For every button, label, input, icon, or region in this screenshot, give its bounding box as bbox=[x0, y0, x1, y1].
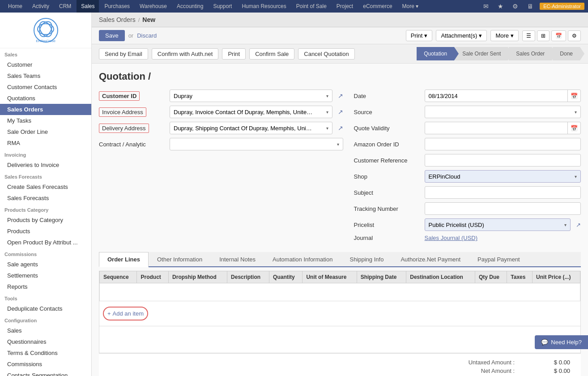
cancel-quotation-button[interactable]: Cancel Quotation bbox=[298, 48, 354, 60]
sidebar-item-deduplicate[interactable]: Deduplicate Contacts bbox=[0, 303, 91, 314]
calendar-view-button[interactable]: 📅 bbox=[551, 30, 566, 41]
sidebar-item-open-product[interactable]: Open Product By Attribut ... bbox=[0, 237, 91, 248]
print-action-button[interactable]: Print bbox=[222, 48, 246, 60]
sidebar-item-products-by-category[interactable]: Products by Category bbox=[0, 214, 91, 226]
logo-text: ERPinCloud bbox=[34, 18, 57, 43]
sidebar-item-products[interactable]: Products bbox=[0, 226, 91, 237]
contract-select[interactable]: ▾ bbox=[170, 138, 343, 150]
attachments-button[interactable]: Attachment(s) ▾ bbox=[436, 30, 487, 41]
nav-home[interactable]: Home bbox=[4, 0, 27, 13]
customer-id-label-bordered: Customer ID bbox=[99, 91, 140, 101]
nav-activity[interactable]: Activity bbox=[28, 0, 54, 13]
source-label: Source bbox=[354, 109, 421, 115]
status-done[interactable]: Done bbox=[553, 47, 580, 60]
quote-validity-input[interactable] bbox=[425, 123, 567, 133]
star-icon[interactable]: ★ bbox=[495, 2, 506, 11]
tracking-number-input[interactable] bbox=[425, 202, 581, 215]
amazon-order-input[interactable] bbox=[425, 138, 581, 150]
confirm-sale-button[interactable]: Confirm Sale bbox=[249, 48, 294, 60]
more-button[interactable]: More ▾ bbox=[490, 30, 519, 41]
customer-external-link-icon[interactable]: ↗ bbox=[338, 92, 343, 99]
date-row: Date 📅 bbox=[354, 90, 581, 102]
discard-button[interactable]: Discard bbox=[137, 32, 157, 39]
subject-input[interactable] bbox=[425, 186, 581, 199]
customer-reference-row: Customer Reference bbox=[354, 154, 581, 167]
monitor-icon[interactable]: 🖥 bbox=[524, 2, 536, 11]
sidebar-item-my-tasks[interactable]: My Tasks bbox=[0, 115, 91, 126]
sidebar-item-terms[interactable]: Terms & Conditions bbox=[0, 347, 91, 359]
sidebar-item-reports[interactable]: Reports bbox=[0, 281, 91, 292]
tab-internal-notes[interactable]: Internal Notes bbox=[211, 252, 264, 266]
list-view-button[interactable]: ☰ bbox=[522, 30, 535, 41]
nav-accounting[interactable]: Accounting bbox=[172, 0, 208, 13]
breadcrumb-parent[interactable]: Sales Orders bbox=[99, 16, 136, 23]
date-input[interactable] bbox=[425, 91, 567, 101]
totals-area: Untaxed Amount : $ 0.00 Net Amount : $ 0… bbox=[99, 353, 581, 376]
sidebar-item-contacts-seg[interactable]: Contacts Segmentation bbox=[0, 370, 91, 376]
pricelist-select[interactable]: Public Pricelist (USD) ▾ bbox=[425, 218, 571, 231]
nav-hr[interactable]: Human Resources bbox=[237, 0, 290, 13]
journal-link[interactable]: Sales Journal (USD) bbox=[425, 235, 478, 241]
customer-reference-input[interactable] bbox=[425, 154, 581, 167]
form-view-button[interactable]: ⊞ bbox=[537, 30, 550, 41]
email-icon[interactable]: ✉ bbox=[481, 2, 491, 11]
sidebar-item-create-forecasts[interactable]: Create Sales Forecasts bbox=[0, 181, 91, 192]
delivery-address-label: Delivery Address bbox=[99, 125, 166, 132]
sidebar-item-customer-contacts[interactable]: Customer Contacts bbox=[0, 81, 91, 93]
sidebar-item-rma[interactable]: RMA bbox=[0, 137, 91, 149]
send-email-button[interactable]: Send by Email bbox=[99, 48, 148, 60]
nav-support[interactable]: Support bbox=[209, 0, 236, 13]
print-button[interactable]: Print ▾ bbox=[406, 30, 433, 41]
nav-sales[interactable]: Sales bbox=[77, 0, 99, 13]
nav-more[interactable]: More ▾ bbox=[398, 0, 423, 13]
breadcrumb: Sales Orders / New bbox=[92, 13, 588, 27]
nav-ecommerce[interactable]: eCommerce bbox=[358, 0, 396, 13]
sidebar-item-deliveries[interactable]: Deliveries to Invoice bbox=[0, 159, 91, 171]
sidebar-item-settlements[interactable]: Settlements bbox=[0, 270, 91, 281]
tab-order-lines[interactable]: Order Lines bbox=[99, 252, 149, 267]
delivery-address-select[interactable]: Dupray, Shipping Contact Of Dupray, Memp… bbox=[170, 122, 332, 134]
nav-project[interactable]: Project bbox=[332, 0, 358, 13]
date-calendar-icon[interactable]: 📅 bbox=[567, 90, 580, 102]
status-sale-order-sent[interactable]: Sale Order Sent bbox=[455, 47, 508, 60]
settings-icon[interactable]: ⚙ bbox=[510, 2, 521, 11]
tab-shipping-info[interactable]: Shipping Info bbox=[341, 252, 392, 266]
pricelist-external-link-icon[interactable]: ↗ bbox=[576, 222, 581, 228]
status-quotation[interactable]: Quotation bbox=[417, 47, 454, 60]
sidebar-item-config-commissions[interactable]: Commissions bbox=[0, 359, 91, 370]
tab-automation-info[interactable]: Automation Information bbox=[264, 252, 341, 266]
sidebar-item-customer[interactable]: Customer bbox=[0, 59, 91, 70]
tab-paypal-payment[interactable]: Paypal Payment bbox=[469, 252, 528, 266]
nav-purchases[interactable]: Purchases bbox=[100, 0, 134, 13]
need-help-button[interactable]: 💬 Need Help? bbox=[535, 335, 588, 349]
shop-select[interactable]: ERPinCloud ▾ bbox=[425, 170, 581, 183]
user-badge[interactable]: EC-Administrator bbox=[540, 3, 584, 10]
tab-other-information[interactable]: Other Information bbox=[149, 252, 211, 266]
source-select[interactable]: ▾ bbox=[425, 106, 581, 118]
customer-id-select[interactable]: Dupray ▾ bbox=[170, 90, 332, 102]
sidebar-item-sales-forecasts[interactable]: Sales Forecasts bbox=[0, 192, 91, 204]
sidebar-item-quotations[interactable]: Quotations bbox=[0, 93, 91, 104]
nav-warehouse[interactable]: Warehouse bbox=[135, 0, 171, 13]
tab-authnet-payment[interactable]: Authorize.Net Payment bbox=[392, 252, 469, 266]
delivery-external-link-icon[interactable]: ↗ bbox=[338, 124, 343, 132]
sidebar-item-sale-order-line[interactable]: Sale Order Line bbox=[0, 126, 91, 137]
sidebar-item-sale-agents[interactable]: Sale agents bbox=[0, 259, 91, 270]
nav-pos[interactable]: Point of Sale bbox=[292, 0, 331, 13]
invoice-address-select[interactable]: Dupray, Invoice Contact Of Dupray, Memph… bbox=[170, 106, 332, 118]
confirm-authnet-button[interactable]: Confirm with Auth.net bbox=[152, 48, 219, 60]
save-button[interactable]: Save bbox=[99, 30, 125, 41]
col-description: Description bbox=[227, 271, 269, 283]
sidebar-item-config-sales[interactable]: Sales bbox=[0, 325, 91, 336]
settings-view-button[interactable]: ⚙ bbox=[568, 30, 581, 41]
pricelist-label: Pricelist bbox=[354, 222, 421, 228]
invoice-external-link-icon[interactable]: ↗ bbox=[338, 108, 343, 115]
sidebar-item-sales-teams[interactable]: Sales Teams bbox=[0, 70, 91, 81]
sidebar-item-sales-orders[interactable]: Sales Orders bbox=[0, 104, 91, 115]
nav-crm[interactable]: CRM bbox=[55, 0, 76, 13]
add-item-button[interactable]: + Add an item bbox=[103, 307, 148, 320]
sidebar-item-questionnaires[interactable]: Questionnaires bbox=[0, 336, 91, 347]
status-sales-order[interactable]: Sales Order bbox=[509, 47, 552, 60]
quote-validity-calendar-icon[interactable]: 📅 bbox=[567, 122, 580, 134]
customer-reference-label: Customer Reference bbox=[354, 157, 421, 164]
